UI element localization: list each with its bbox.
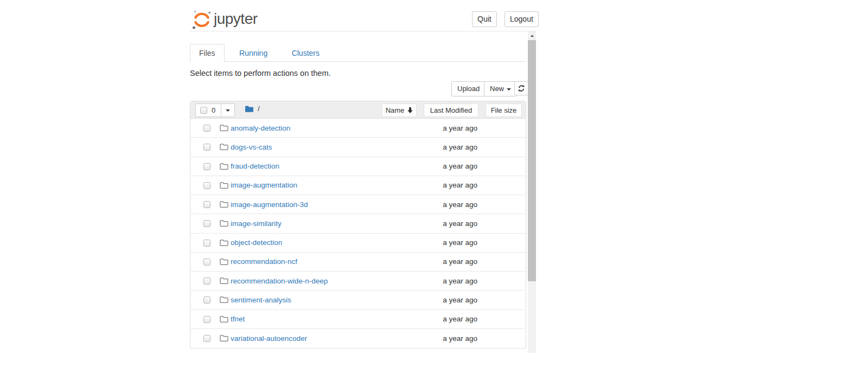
folder-outline-icon <box>220 182 228 189</box>
selection-button-group: 0 <box>195 104 235 117</box>
breadcrumb-path[interactable]: / <box>258 105 260 113</box>
row-checkbox[interactable] <box>203 144 210 151</box>
table-row: recommendation-wide-n-deep a year ago <box>190 272 526 290</box>
refresh-icon <box>518 85 525 92</box>
sort-file-size-button[interactable]: File size <box>486 104 522 117</box>
row-checkbox[interactable] <box>203 182 210 189</box>
row-checkbox[interactable] <box>203 240 210 247</box>
jupyter-file-browser: jupyter Quit Logout Files Running Cluste… <box>0 0 868 368</box>
triangle-up-icon <box>531 35 534 37</box>
tab-clusters[interactable]: Clusters <box>283 44 329 62</box>
caret-down-icon <box>507 88 511 91</box>
row-checkbox[interactable] <box>203 335 210 342</box>
table-row: image-similarity a year ago <box>190 214 526 233</box>
tab-bar-underline <box>190 61 526 62</box>
select-all-button[interactable]: 0 <box>195 104 221 117</box>
table-row: sentiment-analysis a year ago <box>190 290 526 309</box>
folder-outline-icon <box>220 258 228 266</box>
tab-files[interactable]: Files <box>190 44 225 62</box>
logout-button[interactable]: Logout <box>505 11 539 27</box>
last-modified-text: a year ago <box>443 219 477 228</box>
last-modified-text: a year ago <box>443 334 477 343</box>
sort-last-modified-button[interactable]: Last Modified <box>424 104 478 117</box>
sort-name-label: Name <box>386 106 405 114</box>
last-modified-text: a year ago <box>443 238 477 247</box>
last-modified-text: a year ago <box>443 315 477 323</box>
folder-outline-icon <box>220 315 228 323</box>
last-modified-text: a year ago <box>443 124 477 132</box>
tab-bar: Files Running Clusters <box>190 44 329 62</box>
folder-outline-icon <box>220 163 228 170</box>
scrollbar[interactable] <box>528 31 536 353</box>
table-row: object-detection a year ago <box>190 234 526 253</box>
row-checkbox[interactable] <box>203 220 210 227</box>
scrollbar-up-button[interactable] <box>528 31 536 40</box>
folder-outline-icon <box>220 124 228 132</box>
row-checkbox[interactable] <box>203 201 210 208</box>
header-divider <box>190 31 536 31</box>
item-link[interactable]: variational-autoencoder <box>231 334 307 343</box>
row-checkbox[interactable] <box>203 259 210 266</box>
item-link[interactable]: dogs-vs-cats <box>231 143 272 151</box>
quit-button[interactable]: Quit <box>472 11 497 27</box>
scrollbar-thumb[interactable] <box>528 40 536 281</box>
jupyter-logo[interactable]: jupyter <box>192 8 258 30</box>
table-row: dogs-vs-cats a year ago <box>190 138 526 157</box>
list-header: 0 / Name Last Modified File size <box>190 101 526 119</box>
last-modified-text: a year ago <box>443 277 477 285</box>
table-row: image-augmentation-3d a year ago <box>190 195 526 214</box>
arrow-down-icon <box>407 107 413 113</box>
row-checkbox[interactable] <box>203 296 210 304</box>
table-row: variational-autoencoder a year ago <box>190 329 526 348</box>
last-modified-text: a year ago <box>443 181 477 189</box>
item-link[interactable]: fraud-detection <box>231 162 279 170</box>
item-link[interactable]: image-augmentation <box>231 181 297 189</box>
folder-outline-icon <box>220 334 228 342</box>
row-checkbox[interactable] <box>203 163 210 170</box>
row-checkbox[interactable] <box>203 277 210 285</box>
folder-outline-icon <box>220 277 228 285</box>
row-checkbox[interactable] <box>203 125 210 132</box>
new-dropdown-button[interactable]: New <box>484 81 517 96</box>
item-link[interactable]: tfnet <box>231 315 245 323</box>
table-row: image-augmentation a year ago <box>190 176 526 195</box>
last-modified-text: a year ago <box>443 257 477 266</box>
upload-button[interactable]: Upload <box>451 81 486 96</box>
refresh-button[interactable] <box>514 81 528 95</box>
file-list: anomaly-detection a year ago dogs-vs-cat… <box>190 119 526 348</box>
folder-outline-icon <box>220 143 228 151</box>
item-link[interactable]: image-similarity <box>231 219 282 228</box>
file-list-container: 0 / Name Last Modified File size <box>190 101 526 348</box>
item-link[interactable]: image-augmentation-3d <box>231 201 308 209</box>
selection-notice: Select items to perform actions on them. <box>190 69 331 78</box>
item-link[interactable]: object-detection <box>231 238 282 247</box>
row-checkbox[interactable] <box>203 316 210 323</box>
folder-outline-icon <box>220 219 228 227</box>
folder-outline-icon <box>220 296 228 304</box>
breadcrumb: / <box>245 105 260 113</box>
select-all-checkbox[interactable] <box>200 107 207 114</box>
tab-running[interactable]: Running <box>230 44 277 62</box>
last-modified-text: a year ago <box>443 296 477 304</box>
table-row: fraud-detection a year ago <box>190 157 526 176</box>
sort-name-button[interactable]: Name <box>382 104 417 117</box>
selected-count: 0 <box>212 106 215 114</box>
folder-outline-icon <box>220 201 228 208</box>
item-link[interactable]: recommendation-ncf <box>231 257 297 266</box>
item-link[interactable]: recommendation-wide-n-deep <box>231 277 328 285</box>
new-button-label: New <box>490 85 504 93</box>
item-link[interactable]: anomaly-detection <box>231 124 290 132</box>
table-row: anomaly-detection a year ago <box>190 119 526 138</box>
last-modified-text: a year ago <box>443 162 477 170</box>
folder-outline-icon <box>220 239 228 247</box>
item-link[interactable]: sentiment-analysis <box>231 296 291 304</box>
caret-down-icon <box>226 109 230 112</box>
selection-dropdown-button[interactable] <box>221 104 235 117</box>
table-row: recommendation-ncf a year ago <box>190 253 526 272</box>
logo-text: jupyter <box>214 8 258 30</box>
jupyter-logo-icon <box>192 8 212 30</box>
folder-icon[interactable] <box>245 105 254 113</box>
table-row: tfnet a year ago <box>190 310 526 329</box>
last-modified-text: a year ago <box>443 143 477 151</box>
last-modified-text: a year ago <box>443 201 477 209</box>
